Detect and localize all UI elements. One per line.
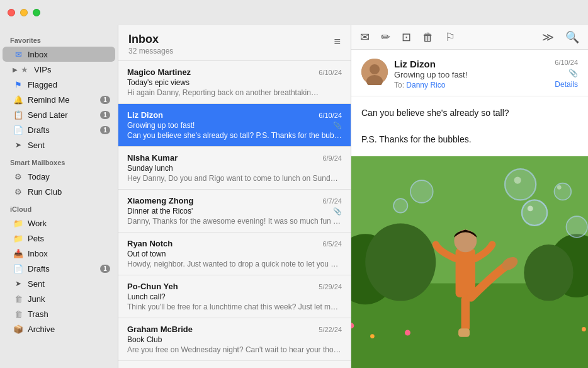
message-subject: Dinner at the Ricos' xyxy=(127,207,193,216)
sidebar-item-label: Inbox xyxy=(28,50,110,59)
message-sender: Nisha Kumar xyxy=(127,153,178,163)
junk-toolbar-icon[interactable]: ⚐ xyxy=(445,30,455,44)
detail-subject: Growing up too fast! xyxy=(394,70,548,79)
remind-icon: 🔔 xyxy=(13,94,24,105)
sidebar-item-work[interactable]: 📁 Work xyxy=(3,216,115,231)
detail-to-name[interactable]: Danny Rico xyxy=(406,81,445,89)
message-item-magico[interactable]: Magico Martinez 6/10/24 Today's epic vie… xyxy=(118,61,351,104)
message-list: Magico Martinez 6/10/24 Today's epic vie… xyxy=(118,61,351,368)
detail-date: 6/10/24 xyxy=(555,59,578,66)
detail-sender-name: Liz Dizon xyxy=(394,59,548,69)
message-subject: Growing up too fast! xyxy=(127,121,195,130)
sidebar-item-label: Remind Me xyxy=(28,95,100,105)
sidebar-item-archive[interactable]: 📦 Archive xyxy=(3,321,115,336)
envelope-icon[interactable]: ✉ xyxy=(360,30,370,44)
search-icon[interactable]: 🔍 xyxy=(565,30,579,44)
message-item-pochun[interactable]: Po-Chun Yeh 5/29/24 Lunch call? Think yo… xyxy=(118,275,351,318)
message-date: 5/22/24 xyxy=(319,326,342,333)
attachment-icon: 📎 xyxy=(333,122,342,130)
archive-icon: 📦 xyxy=(13,323,24,335)
message-date: 6/9/24 xyxy=(322,154,342,162)
sidebar: Favorites ✉ Inbox ▶ ★ VIPs ⚑ Flagged 🔔 R… xyxy=(0,25,118,368)
svg-rect-15 xyxy=(461,296,470,331)
filter-icon[interactable]: ≡ xyxy=(334,35,341,49)
flag-icon: ⚑ xyxy=(13,79,24,90)
detail-body: Can you believe she's already so tall? P… xyxy=(351,96,588,156)
message-item-nisha[interactable]: Nisha Kumar 6/9/24 Sunday lunch Hey Dann… xyxy=(118,147,351,190)
message-preview: Danny, Thanks for the awesome evening! I… xyxy=(127,217,342,226)
run-club-icon: ⚙ xyxy=(13,186,24,197)
message-date: 6/10/24 xyxy=(319,112,342,119)
message-preview: Howdy, neighbor. Just wanted to drop a q… xyxy=(127,260,342,268)
drafts-icon: 📄 xyxy=(13,124,24,135)
compose-icon[interactable]: ✏ xyxy=(381,30,390,44)
svg-point-23 xyxy=(410,180,433,203)
icloud-drafts-icon: 📄 xyxy=(13,263,24,274)
svg-point-1 xyxy=(370,64,380,74)
sidebar-item-today[interactable]: ⚙ Today xyxy=(3,169,115,184)
sidebar-item-icloud-sent[interactable]: ➤ Sent xyxy=(3,276,115,291)
svg-point-25 xyxy=(514,176,521,183)
titlebar xyxy=(0,0,588,25)
sidebar-item-icloud-drafts[interactable]: 📄 Drafts 1 xyxy=(3,261,115,276)
sidebar-item-drafts[interactable]: 📄 Drafts 1 xyxy=(3,122,115,137)
message-item-graham[interactable]: Graham McBride 5/22/24 Book Club Are you… xyxy=(118,318,351,361)
message-subject: Lunch call? xyxy=(127,292,342,301)
details-link[interactable]: Details xyxy=(555,80,578,89)
detail-to-row: To: Danny Rico xyxy=(394,81,548,89)
body-line1: Can you believe she's already so tall? xyxy=(361,106,578,120)
message-date: 5/29/24 xyxy=(319,283,342,290)
to-label: To: xyxy=(394,81,404,89)
svg-point-12 xyxy=(582,327,586,331)
detail-panel: ✉ ✏ ⊡ 🗑 ⚐ ≫ 🔍 Liz Dizon xyxy=(351,25,588,368)
sidebar-item-vips[interactable]: ▶ ★ VIPs xyxy=(3,62,115,77)
svg-rect-16 xyxy=(458,328,470,336)
message-subject: Out of town xyxy=(127,250,342,258)
icloud-sent-icon: ➤ xyxy=(13,278,24,289)
sidebar-item-label: VIPs xyxy=(34,65,110,74)
sidebar-item-remind-me[interactable]: 🔔 Remind Me 1 xyxy=(3,92,115,107)
delete-icon[interactable]: 🗑 xyxy=(422,31,434,44)
message-preview: Can you believe she's already so tall? P… xyxy=(127,131,342,140)
sidebar-item-label: Work xyxy=(28,219,110,228)
sidebar-item-inbox[interactable]: ✉ Inbox xyxy=(3,47,115,62)
detail-image-container xyxy=(351,156,588,368)
message-preview: Think you'll be free for a lunchtime cha… xyxy=(127,302,342,311)
archive-toolbar-icon[interactable]: ⊡ xyxy=(402,30,411,44)
message-date: 6/10/24 xyxy=(319,69,342,76)
minimize-button[interactable] xyxy=(20,9,28,16)
svg-point-8 xyxy=(524,244,573,301)
sidebar-item-pets[interactable]: 📁 Pets xyxy=(3,231,115,246)
svg-point-20 xyxy=(505,169,536,200)
close-button[interactable] xyxy=(8,9,15,16)
message-preview: Hey Danny, Do you and Rigo want to come … xyxy=(127,174,342,183)
sidebar-item-run-club[interactable]: ⚙ Run Club xyxy=(3,184,115,199)
message-preview: Hi again Danny, Reporting back on anothe… xyxy=(127,88,322,97)
expand-arrow-icon: ▶ xyxy=(13,66,18,73)
sidebar-item-label: Run Club xyxy=(28,187,110,197)
message-item-xiaomeng[interactable]: Xiaomeng Zhong 6/7/24 Dinner at the Rico… xyxy=(118,190,351,233)
attachment-icon: 📎 xyxy=(333,207,342,216)
message-subject: Book Club xyxy=(127,335,342,344)
sent-icon: ➤ xyxy=(13,139,24,151)
sidebar-item-sent[interactable]: ➤ Sent xyxy=(3,137,115,152)
sidebar-item-label: Archive xyxy=(28,325,110,334)
message-item-ryan[interactable]: Ryan Notch 6/5/24 Out of town Howdy, nei… xyxy=(118,233,351,275)
sidebar-item-trash[interactable]: 🗑 Trash xyxy=(3,306,115,321)
body-line2: P.S. Thanks for the bubbles. xyxy=(361,133,578,146)
pets-folder-icon: 📁 xyxy=(13,233,24,244)
message-subject: Today's epic views xyxy=(127,78,342,87)
icloud-inbox-icon: 📥 xyxy=(13,248,24,259)
sidebar-item-junk[interactable]: 🗑 Junk xyxy=(3,291,115,306)
sidebar-item-flagged[interactable]: ⚑ Flagged xyxy=(3,77,115,92)
message-item-liz[interactable]: Liz Dizon 6/10/24 Growing up too fast! 📎… xyxy=(118,104,351,147)
sidebar-item-icloud-inbox[interactable]: 📥 Inbox xyxy=(3,246,115,261)
sidebar-item-send-later[interactable]: 📋 Send Later 1 xyxy=(3,107,115,122)
sidebar-item-label: Drafts xyxy=(28,125,100,135)
maximize-button[interactable] xyxy=(33,9,40,16)
more-icon[interactable]: ≫ xyxy=(542,30,554,44)
sender-avatar xyxy=(361,59,388,85)
icloud-section-label: iCloud xyxy=(0,199,118,216)
svg-point-24 xyxy=(528,205,533,211)
svg-point-22 xyxy=(393,198,407,212)
